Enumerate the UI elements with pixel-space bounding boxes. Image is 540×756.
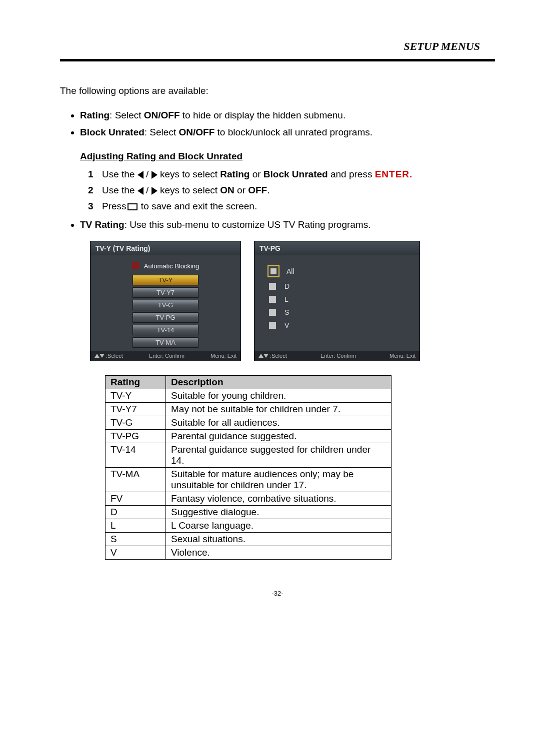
t: . [267,185,270,195]
table-row: SSexual situations. [106,532,392,546]
table-row: TV-PGParental guidance suggested. [106,429,392,443]
cell-rating: S [106,532,166,546]
osd-item-tv-14[interactable]: TV-14 [132,325,198,335]
up-arrow-icon [94,354,100,358]
auto-block-label: Automatic Blocking [144,262,200,270]
step-1-text: Use the / keys to select Rating or Block… [102,169,412,180]
osd-pg-row-all[interactable]: All [268,265,420,277]
up-arrow-icon [258,354,264,358]
t: :Select [270,353,287,359]
osd-item-tv-pg[interactable]: TV-PG [132,312,198,323]
checkbox-icon [269,309,276,316]
subheading-adjusting: Adjusting Rating and Block Unrated [80,151,495,162]
down-arrow-icon [264,354,268,358]
th-description: Description [166,375,392,389]
onoff2: ON/OFF [178,127,214,137]
footer-menu: Menu: Exit [210,353,236,359]
bold-block: Block Unrated [80,127,144,137]
bullet-rating: Rating: Select ON/OFF to hide or display… [80,108,495,122]
t: or [234,185,248,195]
osd-right-footer: :Select Enter: Confirm Menu: Exit [254,351,420,361]
osd-left-panel: TV-Y (TV Rating) Automatic Blocking TV-Y… [90,241,241,361]
step-2: 2 Use the / keys to select ON or OFF. [88,185,495,196]
osd-item-tv-ma[interactable]: TV-MA [132,337,198,348]
step-2-text: Use the / keys to select ON or OFF. [102,185,270,196]
osd-item-tv-y[interactable]: TV-Y [132,275,198,285]
cell-rating: FV [106,492,166,505]
t: and press [328,169,375,179]
cell-description: Suggestive dialogue. [166,505,392,519]
red-square-icon [132,262,139,269]
cell-rating: TV-G [106,416,166,429]
osd-pg-row-v[interactable]: V [268,321,420,329]
checkbox-icon [269,322,276,329]
lbl: D [284,282,290,290]
page-header: SETUP MENUS [60,40,495,61]
cell-description: May not be suitable for children under 7… [166,402,392,416]
step-num: 2 [88,185,97,196]
t: : Select [144,127,179,137]
osd-rating-list: TV-Y TV-Y7 TV-G TV-PG TV-14 TV-MA [90,275,240,348]
cell-description: Violence. [166,546,392,559]
footer-select: :Select [94,353,123,359]
t: or [250,169,263,179]
intro-text: The following options are available: [60,85,495,96]
osd-item-tv-g[interactable]: TV-G [132,300,198,310]
table-row: TV-14Parental guidance suggested for chi… [106,443,392,467]
table-row: VViolence. [106,546,392,559]
step-num: 1 [88,169,97,180]
cell-rating: D [106,505,166,519]
cell-rating: TV-MA [106,467,166,492]
left-arrow-icon [138,187,144,195]
osd-left-title: TV-Y (TV Rating) [90,241,240,255]
right-arrow-icon [152,171,158,179]
footer-enter: Enter: Confirm [149,353,184,359]
left-arrow-icon [138,171,144,179]
step-3-text: Press to save and exit the screen. [102,201,257,212]
t: to save and exit the screen. [138,201,258,211]
b: Block Unrated [264,169,328,179]
t: Use the [102,169,138,179]
bold-tvrating: TV Rating [80,219,124,230]
table-row: FVFantasy violence, combative situations… [106,492,392,505]
enter-label: ENTER. [375,169,413,179]
cell-rating: TV-PG [106,429,166,443]
ratings-table: Rating Description TV-YSuitable for youn… [105,375,392,560]
page-number: -32- [60,590,495,597]
osd-right-title: TV-PG [254,241,420,255]
b: Rating [220,169,250,179]
cell-rating: TV-14 [106,443,166,467]
osd-item-tv-y7[interactable]: TV-Y7 [132,287,198,298]
lbl: All [286,267,294,275]
table-row: DSuggestive dialogue. [106,505,392,519]
b: OFF [248,185,267,195]
osd-pg-row-l[interactable]: L [268,295,420,303]
t: keys to select [160,169,220,179]
cell-rating: TV-Y [106,389,166,402]
cell-description: Parental guidance suggested for children… [166,443,392,467]
checkbox-selected-icon [268,265,280,277]
cell-description: Suitable for mature audiences only; may … [166,467,392,492]
cell-description: Suitable for all audiences. [166,416,392,429]
t: :Select [106,353,123,359]
t: Press [102,201,126,211]
table-row: TV-Y7May not be suitable for children un… [106,402,392,416]
bullet-tv-rating: TV Rating: Use this sub-menu to customiz… [80,218,495,232]
footer-menu: Menu: Exit [390,353,416,359]
osd-pg-row-s[interactable]: S [268,308,420,316]
checkbox-icon [269,283,276,290]
cell-description: Sexual situations. [166,532,392,546]
cell-description: L Coarse language. [166,519,392,532]
cell-rating: TV-Y7 [106,402,166,416]
footer-select: :Select [258,353,287,359]
osd-auto-block-row: Automatic Blocking [90,260,240,275]
footer-enter: Enter: Confirm [320,353,356,359]
lbl: V [284,321,289,329]
osd-pg-row-d[interactable]: D [268,282,420,290]
step-1: 1 Use the / keys to select Rating or Blo… [88,169,495,180]
lbl: S [284,308,289,316]
table-head-row: Rating Description [106,375,392,389]
down-arrow-icon [100,354,104,358]
osd-screenshots: TV-Y (TV Rating) Automatic Blocking TV-Y… [90,241,495,361]
table-row: LL Coarse language. [106,519,392,532]
